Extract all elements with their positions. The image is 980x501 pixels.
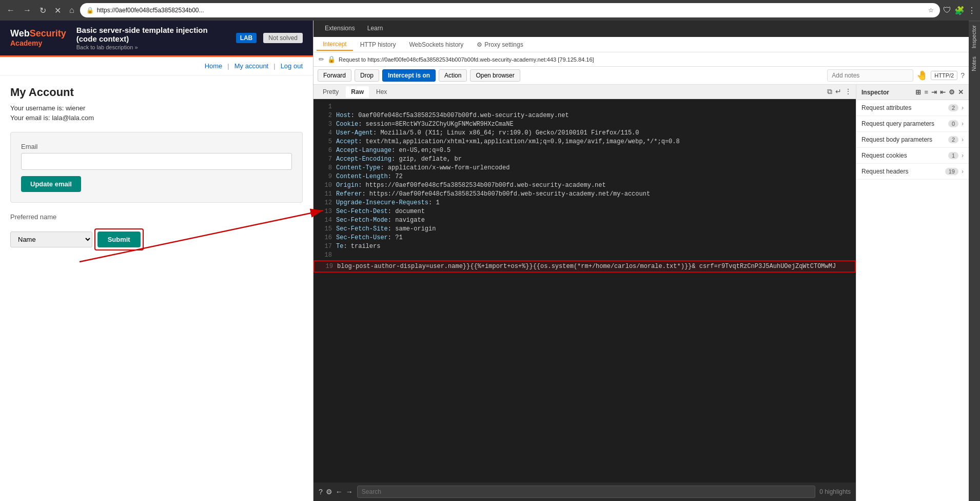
help-icon[interactable]: ? bbox=[961, 71, 965, 80]
line-content-8: Content-Type: application/x-www-form-url… bbox=[336, 164, 509, 173]
inspector-badge-0: 2 bbox=[948, 104, 958, 111]
email-input[interactable] bbox=[21, 153, 292, 170]
header-right: LAB Not solved bbox=[236, 33, 303, 43]
request-editor: Pretty Raw Hex ⧉ ↵ ⋮ 12Host: 0aef00fe048… bbox=[313, 85, 856, 501]
notes-side-tab[interactable]: Notes bbox=[969, 52, 980, 75]
lab-info: Basic server-side template injection (co… bbox=[76, 26, 226, 50]
left-panel: WebSecurity Academy Basic server-side te… bbox=[0, 21, 313, 501]
code-line-12: 12Upgrade-Insecure-Requests: 1 bbox=[313, 199, 856, 208]
nav-my-account[interactable]: My account bbox=[234, 62, 268, 70]
line-number-7: 7 bbox=[318, 156, 332, 164]
submit-button[interactable]: Submit bbox=[97, 232, 141, 247]
username-display: Your username is: wiener bbox=[10, 104, 303, 112]
inspector-row-2[interactable]: Request body parameters2› bbox=[856, 132, 969, 148]
nav-home[interactable]: Home bbox=[205, 62, 223, 70]
inspector-close-icon[interactable]: ✕ bbox=[958, 88, 964, 96]
drop-button[interactable]: Drop bbox=[355, 69, 379, 82]
preferred-name-select[interactable]: Name bbox=[10, 232, 92, 247]
inspector-chevron-1: › bbox=[962, 120, 964, 127]
more-icon[interactable]: ⋮ bbox=[845, 87, 852, 96]
close-button[interactable]: ✕ bbox=[52, 5, 64, 16]
logo-area: WebSecurity Academy bbox=[10, 29, 66, 47]
tab-proxy-settings[interactable]: ⚙ Proxy settings bbox=[471, 39, 529, 50]
search-input[interactable] bbox=[357, 486, 815, 498]
line-content-9: Content-Length: 72 bbox=[336, 173, 403, 182]
page-content: My Account Your username is: wiener Your… bbox=[0, 75, 313, 261]
line-number-12: 12 bbox=[318, 199, 332, 208]
list-icon[interactable]: ≡ bbox=[924, 88, 928, 96]
browser-actions: 🛡 🧩 ⋮ bbox=[943, 6, 976, 15]
line-number-15: 15 bbox=[318, 225, 332, 234]
burp-panel: Extensions Learn Intercept HTTP history … bbox=[313, 21, 969, 501]
tab-http-history[interactable]: HTTP history bbox=[354, 39, 402, 50]
forward-button[interactable]: → bbox=[21, 5, 34, 16]
reload-button[interactable]: ↻ bbox=[37, 5, 49, 16]
inspector-row-0[interactable]: Request attributes2› bbox=[856, 100, 969, 116]
add-notes-input[interactable] bbox=[827, 69, 913, 82]
pencil-icon: ✏ bbox=[319, 55, 324, 63]
inspector-row-4[interactable]: Request headers19› bbox=[856, 164, 969, 180]
inspector-side-tab[interactable]: Inspector bbox=[969, 21, 980, 52]
logo-academy: Academy bbox=[10, 39, 66, 47]
tab-intercept[interactable]: Intercept bbox=[317, 38, 353, 51]
copy-icon[interactable]: ⧉ bbox=[827, 87, 832, 96]
line-content-16: Sec-Fetch-User: ?1 bbox=[336, 234, 403, 243]
inspector-chevron-3: › bbox=[962, 152, 964, 159]
prev-result-icon[interactable]: ← bbox=[336, 488, 343, 496]
code-line-19: 19blog-post-author-display=user.name}}{{… bbox=[313, 260, 856, 273]
address-bar[interactable]: 🔒 https://0aef00fe048cf5a38582534b00... … bbox=[80, 3, 940, 17]
inspector-badge-3: 1 bbox=[948, 152, 958, 159]
code-line-2: 2Host: 0aef00fe048cf5a38582534b007b00fd.… bbox=[313, 112, 856, 121]
nav-logout[interactable]: Log out bbox=[281, 62, 303, 70]
inspector-row-1[interactable]: Request query parameters0› bbox=[856, 116, 969, 132]
update-email-button[interactable]: Update email bbox=[21, 176, 81, 192]
inspector-badge-1: 0 bbox=[948, 120, 958, 127]
tab-pretty[interactable]: Pretty bbox=[318, 86, 344, 98]
code-line-10: 10Origin: https://0aef00fe048cf5a3858253… bbox=[313, 182, 856, 190]
forward-button[interactable]: Forward bbox=[318, 69, 351, 82]
line-content-11: Referer: https://0aef00fe048cf5a38582534… bbox=[336, 190, 650, 199]
bookmark-icon: ☆ bbox=[928, 7, 934, 14]
indent-icon[interactable]: ⇥ bbox=[931, 88, 937, 96]
tab-learn[interactable]: Learn bbox=[361, 22, 389, 36]
tab-websockets-history[interactable]: WebSockets history bbox=[403, 39, 470, 50]
lock-icon: 🔒 bbox=[86, 7, 94, 14]
line-number-19: 19 bbox=[319, 263, 333, 270]
line-content-17: Te: trailers bbox=[336, 243, 380, 252]
wrap-icon[interactable]: ↵ bbox=[835, 87, 841, 96]
code-line-14: 14Sec-Fetch-Mode: navigate bbox=[313, 217, 856, 225]
line-number-1: 1 bbox=[318, 103, 332, 112]
lab-title: Basic server-side template injection (co… bbox=[76, 26, 226, 43]
inspector-label-3: Request cookies bbox=[861, 152, 907, 159]
back-to-lab[interactable]: Back to lab description » bbox=[76, 44, 226, 50]
inspector-chevron-4: › bbox=[962, 168, 964, 175]
back-button[interactable]: ← bbox=[4, 5, 17, 16]
settings-icon[interactable]: ⚙ bbox=[326, 488, 332, 496]
inspector-header: Inspector ⊞ ≡ ⇥ ⇤ ⚙ ✕ bbox=[856, 85, 969, 100]
question-icon[interactable]: ? bbox=[319, 488, 323, 496]
email-display: Your email is: lala@lala.com bbox=[10, 114, 303, 122]
next-result-icon[interactable]: → bbox=[346, 488, 353, 496]
grid-icon[interactable]: ⊞ bbox=[915, 88, 921, 96]
code-line-15: 15Sec-Fetch-Site: same-origin bbox=[313, 225, 856, 234]
code-area[interactable]: 12Host: 0aef00fe048cf5a38582534b007b00fd… bbox=[313, 99, 856, 483]
dedent-icon[interactable]: ⇤ bbox=[940, 88, 946, 96]
intercept-on-button[interactable]: Intercept is on bbox=[382, 69, 436, 82]
page-title: My Account bbox=[10, 86, 303, 99]
open-browser-button[interactable]: Open browser bbox=[470, 69, 520, 82]
inspector-gear-icon[interactable]: ⚙ bbox=[949, 88, 955, 96]
inspector-label-0: Request attributes bbox=[861, 104, 911, 111]
tab-extensions[interactable]: Extensions bbox=[319, 22, 361, 36]
site-header: WebSecurity Academy Basic server-side te… bbox=[0, 21, 313, 55]
home-button[interactable]: ⌂ bbox=[67, 5, 77, 16]
tab-hex[interactable]: Hex bbox=[371, 86, 392, 98]
tab-raw[interactable]: Raw bbox=[346, 86, 369, 98]
action-button[interactable]: Action bbox=[439, 69, 467, 82]
line-content-6: Accept-Language: en-US,en;q=0.5 bbox=[336, 147, 450, 156]
line-number-14: 14 bbox=[318, 217, 332, 225]
preferred-name-section: Preferred name Name Submit bbox=[10, 213, 303, 250]
inspector-row-3[interactable]: Request cookies1› bbox=[856, 148, 969, 164]
search-icons: ? ⚙ ← → bbox=[319, 488, 353, 496]
lock-small-icon: 🔒 bbox=[327, 55, 336, 63]
line-number-5: 5 bbox=[318, 138, 332, 147]
